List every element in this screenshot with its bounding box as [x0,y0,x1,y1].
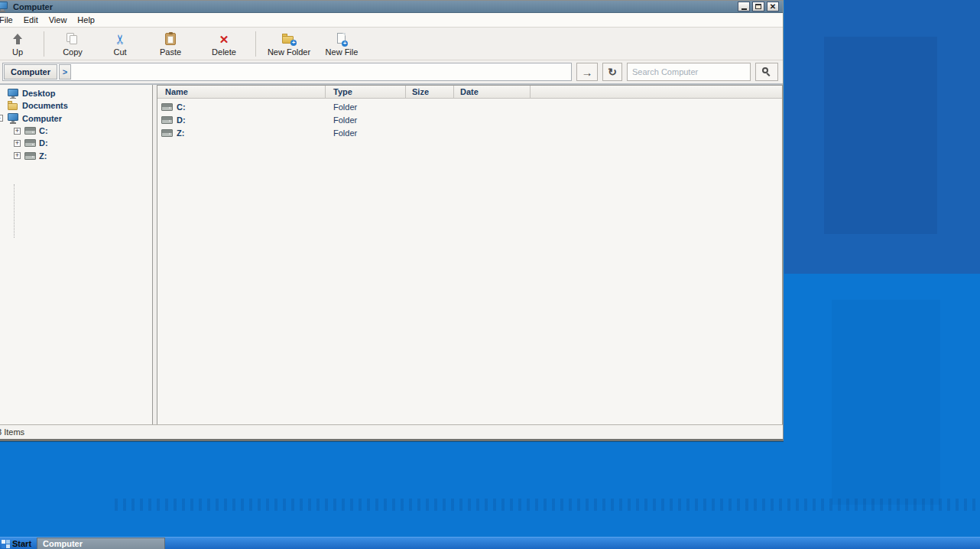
search-input[interactable] [627,63,751,81]
breadcrumb-computer[interactable]: Computer [4,64,57,80]
close-button[interactable]: ✕ [767,2,779,11]
breadcrumb-chevron-icon[interactable]: > [59,64,71,80]
go-arrow-icon: → [582,66,593,79]
new-file-button[interactable]: + New File [317,29,366,59]
desktop-shadow-rect-lower [832,300,940,505]
expand-expander[interactable]: + [14,128,21,135]
column-header-name[interactable]: Name [157,86,326,98]
up-button[interactable]: Up [0,29,39,59]
path-box[interactable]: Computer > [2,63,572,81]
drive-icon [161,103,173,111]
delete-x-icon: ✕ [219,34,229,45]
start-button[interactable]: Start [0,538,34,549]
desktop-wallpaper-pattern [115,499,980,511]
tree-item-documents[interactable]: Documents [0,99,152,112]
tree-item-drive-d[interactable]: + D: [0,137,152,149]
table-row[interactable]: Z: Folder [157,126,782,139]
paste-button[interactable]: Paste [144,29,197,59]
tree-item-drive-z[interactable]: + Z: [0,149,152,161]
window-title: Computer [13,2,738,11]
menu-view[interactable]: View [44,14,73,26]
computer-icon [8,113,19,123]
desktop-icon [8,89,19,99]
maximize-button[interactable] [752,2,764,11]
table-header: Name Type Size Date [157,86,782,99]
titlebar[interactable]: Computer ✕ [0,1,783,13]
delete-button[interactable]: ✕ Delete [197,29,251,59]
status-bar: 3 Items [0,424,783,439]
new-folder-icon: + [282,34,296,44]
desktop-dark-region [784,0,980,274]
copy-button[interactable]: Copy [49,29,96,59]
address-bar: Computer > → ↻ [0,60,783,85]
minimize-button[interactable] [738,2,750,11]
menu-file[interactable]: File [0,14,18,26]
toolbar-separator [255,31,256,57]
scissors-icon: ✂ [114,34,127,44]
column-header-type[interactable]: Type [326,86,406,98]
folder-tree-pane: Desktop Documents - Computer + C: [0,85,153,424]
minimize-icon [741,8,747,10]
item-count: 3 Items [0,427,24,437]
magnifier-icon [762,67,771,76]
taskbar: Start Computer [0,537,980,549]
up-arrow-icon [11,33,24,45]
copy-icon [67,33,79,45]
menubar: File Edit View Help [0,13,783,28]
menu-edit[interactable]: Edit [18,14,44,26]
drive-icon [24,127,36,135]
file-manager-window: Computer ✕ File Edit View Help Up Copy [0,0,784,441]
tree-item-drive-c[interactable]: + C: [0,125,152,137]
maximize-icon [755,4,761,9]
new-folder-button[interactable]: + New Folder [261,29,317,59]
refresh-icon: ↻ [608,66,617,78]
content-area: Desktop Documents - Computer + C: [0,85,783,424]
go-button[interactable]: → [576,63,598,81]
expand-expander[interactable]: + [14,140,21,147]
clipboard-icon [165,33,176,45]
refresh-button[interactable]: ↻ [602,63,622,81]
column-header-size[interactable]: Size [406,86,454,98]
new-file-icon: + [336,33,347,45]
window-computer-icon [0,2,8,11]
tree-item-computer[interactable]: - Computer [0,112,152,125]
table-row[interactable]: C: Folder [157,100,782,113]
drive-icon [161,116,173,124]
tree-item-desktop[interactable]: Desktop [0,87,152,99]
collapse-expander[interactable]: - [0,115,3,122]
toolbar-separator [44,31,44,57]
desktop: Computer ✕ File Edit View Help Up Copy [0,0,980,549]
menu-help[interactable]: Help [72,14,100,26]
table-row[interactable]: D: Folder [157,113,782,126]
taskbar-task-computer[interactable]: Computer [37,538,165,549]
folder-icon [8,101,19,110]
cut-button[interactable]: ✂ Cut [96,29,144,59]
close-icon: ✕ [770,3,776,11]
drive-icon [24,139,36,147]
desktop-shadow-rect [824,37,937,234]
tree-connector-line [14,184,15,238]
column-header-filler [531,86,782,98]
table-body: C: Folder D: Folder [157,99,782,424]
drive-icon [24,152,36,160]
search-button[interactable] [755,63,778,81]
toolbar: Up Copy ✂ Cut Paste ✕ Delete + New [0,28,783,60]
start-flag-icon [2,540,10,548]
file-list-pane: Name Type Size Date C: Folder [157,85,783,424]
drive-icon [161,129,173,137]
column-header-date[interactable]: Date [454,86,531,98]
expand-expander[interactable]: + [14,152,21,159]
